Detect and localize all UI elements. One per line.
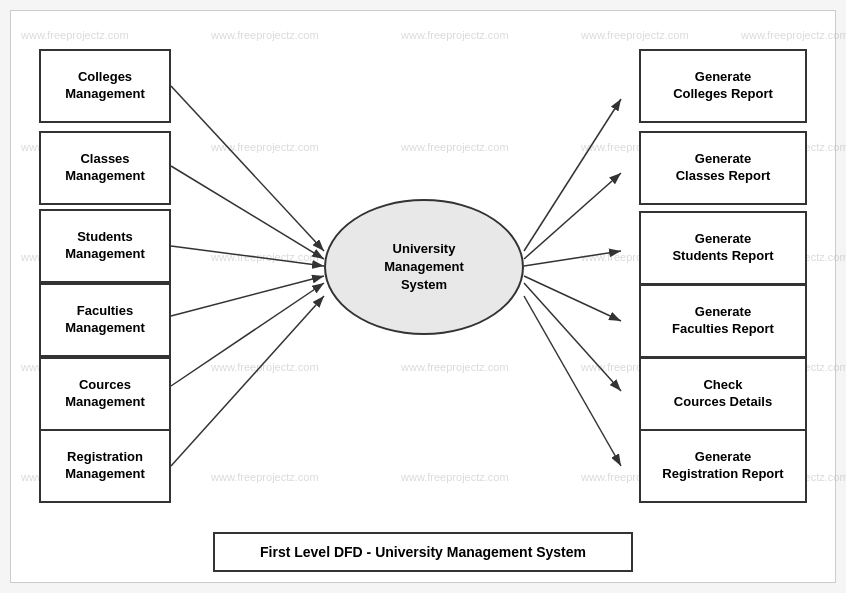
- svg-line-7: [524, 99, 621, 251]
- cources-mgmt-label: CourcesManagement: [65, 377, 144, 411]
- registration-management-box: RegistrationManagement: [39, 429, 171, 503]
- diagram-inner: www.freeprojectz.com www.freeprojectz.co…: [11, 11, 835, 582]
- gen-registration-report-box: GenerateRegistration Report: [639, 429, 807, 503]
- watermark: www.freeprojectz.com: [401, 29, 509, 41]
- svg-line-9: [524, 251, 621, 266]
- watermark: www.freeprojectz.com: [581, 29, 689, 41]
- faculties-management-box: FacultiesManagement: [39, 283, 171, 357]
- center-ellipse: UniversityManagementSystem: [324, 199, 524, 335]
- svg-line-1: [171, 86, 324, 251]
- gen-colleges-label: GenerateColleges Report: [673, 69, 773, 103]
- classes-mgmt-label: ClassesManagement: [65, 151, 144, 185]
- check-cources-label: CheckCources Details: [674, 377, 772, 411]
- watermark: www.freeprojectz.com: [211, 29, 319, 41]
- watermark: www.freeprojectz.com: [741, 29, 846, 41]
- watermark: www.freeprojectz.com: [211, 141, 319, 153]
- watermark: www.freeprojectz.com: [401, 361, 509, 373]
- colleges-mgmt-label: CollegesManagement: [65, 69, 144, 103]
- watermark: www.freeprojectz.com: [401, 141, 509, 153]
- students-management-box: StudentsManagement: [39, 209, 171, 283]
- faculties-mgmt-label: FacultiesManagement: [65, 303, 144, 337]
- gen-faculties-report-box: GenerateFaculties Report: [639, 284, 807, 358]
- watermark: www.freeprojectz.com: [21, 29, 129, 41]
- classes-management-box: ClassesManagement: [39, 131, 171, 205]
- svg-line-6: [171, 296, 324, 466]
- watermark: www.freeprojectz.com: [401, 471, 509, 483]
- svg-line-10: [524, 276, 621, 321]
- watermark: www.freeprojectz.com: [211, 251, 319, 263]
- svg-line-4: [171, 276, 324, 316]
- gen-classes-report-box: GenerateClasses Report: [639, 131, 807, 205]
- svg-line-11: [524, 283, 621, 391]
- svg-line-5: [171, 283, 324, 386]
- watermark: www.freeprojectz.com: [211, 361, 319, 373]
- gen-students-report-box: GenerateStudents Report: [639, 211, 807, 285]
- gen-colleges-report-box: GenerateColleges Report: [639, 49, 807, 123]
- registration-mgmt-label: RegistrationManagement: [65, 449, 144, 483]
- colleges-management-box: CollegesManagement: [39, 49, 171, 123]
- svg-line-3: [171, 246, 324, 266]
- gen-classes-label: GenerateClasses Report: [676, 151, 771, 185]
- svg-line-8: [524, 173, 621, 259]
- check-cources-box: CheckCources Details: [639, 357, 807, 431]
- cources-management-box: CourcesManagement: [39, 357, 171, 431]
- caption-box: First Level DFD - University Management …: [213, 532, 633, 572]
- caption-text: First Level DFD - University Management …: [260, 544, 586, 560]
- svg-line-12: [524, 296, 621, 466]
- gen-students-label: GenerateStudents Report: [672, 231, 773, 265]
- svg-line-2: [171, 166, 324, 259]
- gen-registration-label: GenerateRegistration Report: [662, 449, 783, 483]
- diagram-container: www.freeprojectz.com www.freeprojectz.co…: [10, 10, 836, 583]
- students-mgmt-label: StudentsManagement: [65, 229, 144, 263]
- gen-faculties-label: GenerateFaculties Report: [672, 304, 774, 338]
- center-label: UniversityManagementSystem: [384, 240, 463, 295]
- watermark: www.freeprojectz.com: [211, 471, 319, 483]
